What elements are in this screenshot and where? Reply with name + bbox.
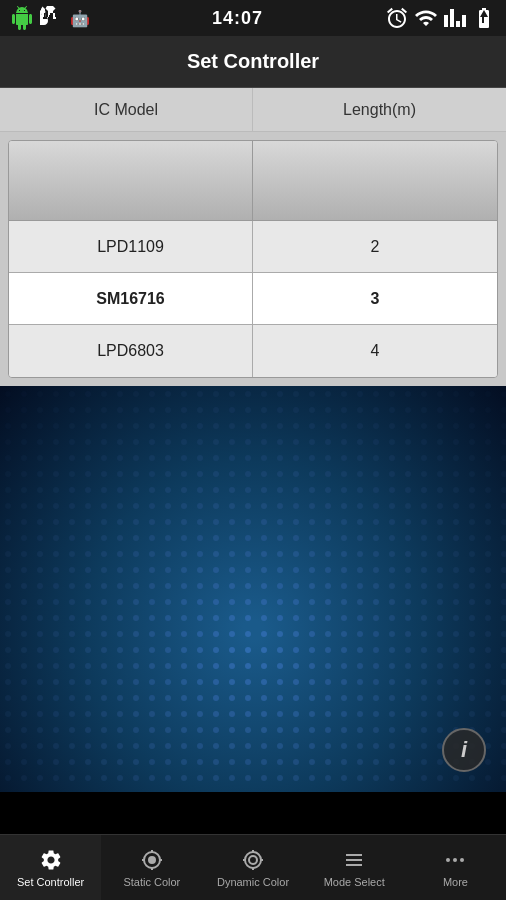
set-controller-icon [39, 848, 63, 872]
cell-model-0: LPD1109 [9, 221, 253, 272]
wifi-icon [414, 6, 438, 30]
svg-point-1 [148, 856, 156, 864]
nav-label-static-color: Static Color [123, 876, 180, 888]
svg-point-6 [245, 852, 261, 868]
nav-dynamic-color[interactable]: Dynamic Color [202, 835, 303, 900]
status-time: 14:07 [212, 8, 263, 29]
nav-set-controller[interactable]: Set Controller [0, 835, 101, 900]
bottom-nav: Set Controller Static Color Dynamic Colo… [0, 834, 506, 900]
cell-top-length [253, 141, 497, 221]
cell-model-2: LPD6803 [9, 325, 253, 377]
led-canvas [0, 386, 506, 792]
status-left-icons: 🤖 [10, 6, 90, 30]
notification-icon: 🤖 [70, 9, 90, 28]
col-header-length: Length(m) [253, 88, 506, 131]
nav-more[interactable]: More [405, 835, 506, 900]
table-row-selected[interactable]: SM16716 3 [9, 273, 497, 325]
svg-point-7 [249, 856, 257, 864]
nav-label-set-controller: Set Controller [17, 876, 84, 888]
led-area: i [0, 386, 506, 792]
nav-static-color[interactable]: Static Color [101, 835, 202, 900]
cell-length-0: 2 [253, 221, 497, 272]
status-bar: 🤖 14:07 [0, 0, 506, 36]
battery-icon [472, 6, 496, 30]
alarm-icon [385, 6, 409, 30]
page-title: Set Controller [187, 50, 319, 73]
table-inner: LPD1109 2 SM16716 3 LPD6803 4 [8, 140, 498, 378]
cell-top-model [9, 141, 253, 221]
usb-icon [40, 6, 64, 30]
cell-length-1: 3 [253, 273, 497, 324]
column-headers: IC Model Length(m) [0, 88, 506, 132]
table-row-top[interactable] [9, 141, 497, 221]
more-icon [443, 848, 467, 872]
table-row[interactable]: LPD6803 4 [9, 325, 497, 377]
nav-label-dynamic-color: Dynamic Color [217, 876, 289, 888]
nav-label-mode-select: Mode Select [324, 876, 385, 888]
title-bar: Set Controller [0, 36, 506, 88]
info-button[interactable]: i [442, 728, 486, 772]
status-right-icons [385, 6, 496, 30]
static-color-icon [140, 848, 164, 872]
dynamic-color-icon [241, 848, 265, 872]
nav-mode-select[interactable]: Mode Select [304, 835, 405, 900]
signal-icon [443, 6, 467, 30]
svg-point-14 [460, 858, 464, 862]
nav-label-more: More [443, 876, 468, 888]
info-icon: i [461, 737, 467, 763]
table-area: LPD1109 2 SM16716 3 LPD6803 4 [0, 132, 506, 386]
table-row[interactable]: LPD1109 2 [9, 221, 497, 273]
svg-point-13 [453, 858, 457, 862]
cell-model-1: SM16716 [9, 273, 253, 324]
mode-select-icon [342, 848, 366, 872]
col-header-ic-model: IC Model [0, 88, 253, 131]
cell-length-2: 4 [253, 325, 497, 377]
android-icon [10, 6, 34, 30]
svg-point-12 [446, 858, 450, 862]
